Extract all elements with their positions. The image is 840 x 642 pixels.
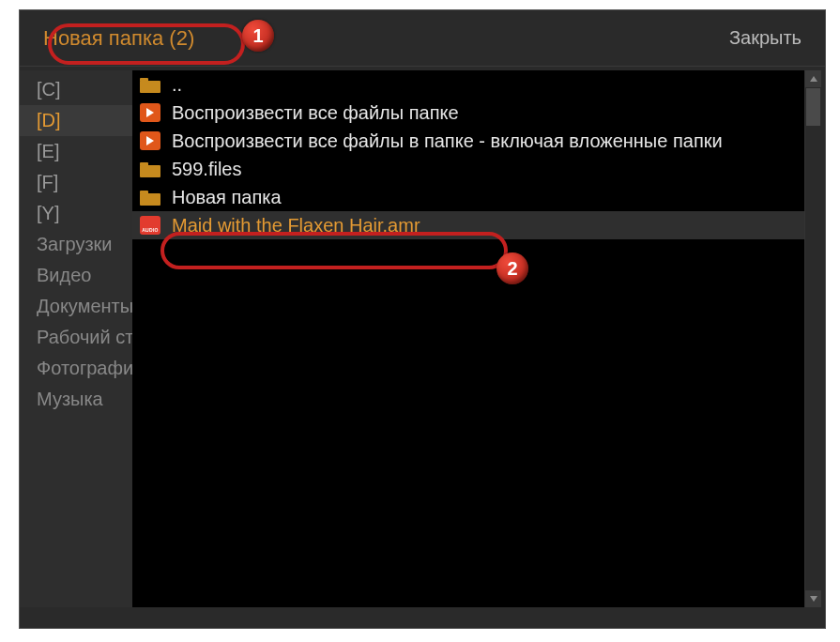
scroll-down-button[interactable]: [805, 590, 821, 607]
header: Новая папка (2) Закрыть: [20, 10, 825, 67]
sidebar-place[interactable]: Рабочий стол: [37, 322, 132, 353]
svg-rect-5: [140, 165, 160, 177]
sidebar-place[interactable]: Документы: [37, 291, 132, 322]
sidebar-drive[interactable]: [C]: [37, 74, 132, 105]
svg-marker-8: [810, 76, 817, 82]
svg-rect-1: [140, 81, 160, 93]
sidebar-drive[interactable]: [F]: [37, 167, 132, 198]
svg-rect-7: [140, 193, 160, 206]
sidebar: [C][D][E][F][Y]ЗагрузкиВидеоДокументыРаб…: [20, 70, 132, 607]
sidebar-drive[interactable]: [D]: [20, 105, 132, 136]
file-area: ..Воспроизвести все файлы папкеВоспроизв…: [132, 70, 821, 607]
audio-icon: [140, 216, 160, 235]
file-list: ..Воспроизвести все файлы папкеВоспроизв…: [132, 70, 804, 607]
sidebar-place[interactable]: Видео: [37, 260, 132, 291]
sidebar-drive[interactable]: [E]: [37, 136, 132, 167]
scrollbar-thumb[interactable]: [806, 88, 820, 126]
file-label: 599.files: [172, 155, 242, 183]
file-row[interactable]: Воспроизвести все файлы в папке - включа…: [132, 127, 804, 155]
file-row[interactable]: 599.files: [132, 155, 804, 183]
scroll-up-button[interactable]: [805, 70, 821, 87]
file-label: Воспроизвести все файлы папке: [172, 99, 459, 127]
file-row[interactable]: ..: [132, 70, 804, 99]
file-label: Воспроизвести все файлы в папке - включа…: [172, 127, 723, 155]
file-label: Maid with the Flaxen Hair.amr: [172, 211, 420, 239]
current-folder-title: Новая папка (2): [43, 26, 194, 51]
svg-marker-2: [146, 108, 154, 117]
scrollbar[interactable]: [804, 70, 821, 607]
file-label: ..: [172, 70, 182, 99]
file-browser-window: Новая папка (2) Закрыть [C][D][E][F][Y]З…: [19, 9, 826, 629]
scrollbar-track[interactable]: [805, 127, 821, 590]
file-row[interactable]: Воспроизвести все файлы папке: [132, 99, 804, 127]
file-row[interactable]: Maid with the Flaxen Hair.amr: [132, 211, 804, 239]
sidebar-drive[interactable]: [Y]: [37, 198, 132, 229]
sidebar-place[interactable]: Фотографии: [37, 353, 132, 384]
play-icon: [140, 131, 160, 150]
close-button[interactable]: Закрыть: [729, 27, 802, 49]
folder-icon: [140, 160, 160, 178]
body: [C][D][E][F][Y]ЗагрузкиВидеоДокументыРаб…: [20, 67, 825, 611]
sidebar-place[interactable]: Музыка: [37, 384, 132, 415]
file-label: Новая папка: [172, 183, 282, 211]
svg-marker-9: [810, 596, 817, 602]
play-icon: [140, 103, 160, 122]
svg-marker-3: [146, 136, 154, 145]
folder-icon: [140, 188, 160, 206]
sidebar-place[interactable]: Загрузки: [37, 229, 132, 260]
folder-icon: [140, 75, 160, 94]
file-row[interactable]: Новая папка: [132, 183, 804, 211]
